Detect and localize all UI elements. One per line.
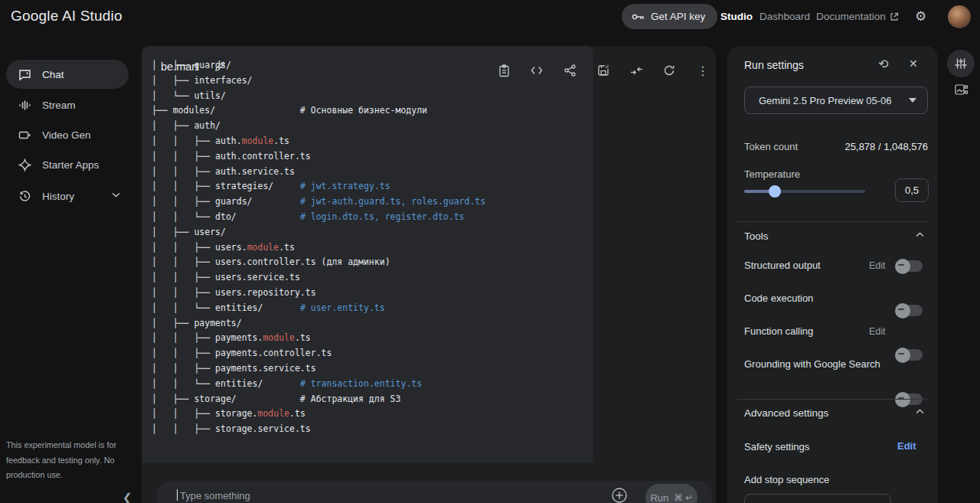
left-sidebar: Chat Stream Video Gen xyxy=(0,34,142,503)
app-root: Google AI Studio Get API key Studio Dash… xyxy=(0,0,980,503)
code-line: │ │ ├── payments.module.ts xyxy=(152,331,485,346)
code-line: │ ├── auth/ xyxy=(152,119,485,134)
structured-output-edit-link[interactable]: Edit xyxy=(869,260,886,271)
chat-main-card: be.mart xyxy=(142,46,716,503)
get-api-key-label: Get API key xyxy=(651,11,705,22)
video-icon xyxy=(18,128,31,142)
code-line: │ │ ├── storage.module.ts xyxy=(152,407,485,422)
nav-documentation[interactable]: Documentation xyxy=(816,11,899,22)
code-execution-toggle[interactable] xyxy=(897,305,923,316)
model-selector[interactable]: Gemini 2.5 Pro Preview 05-06 xyxy=(744,87,928,114)
sidebar-item-label: Starter Apps xyxy=(42,159,99,171)
run-button[interactable]: Run ⌘ ↵ xyxy=(645,484,697,503)
prompt-input[interactable] xyxy=(180,485,609,503)
sidebar-item-label: Video Gen xyxy=(42,129,91,141)
divider xyxy=(737,399,929,400)
code-line: │ │ └── entities/ # user.entity.ts xyxy=(152,301,485,316)
tool-code-execution-label: Code execution xyxy=(744,292,813,304)
composer-box[interactable]: Run ⌘ ↵ xyxy=(157,481,712,503)
code-line: │ ├── storage/ # Абстракция для S3 xyxy=(152,392,485,407)
sidebar-item-label: History xyxy=(42,191,74,202)
function-calling-edit-link[interactable]: Edit xyxy=(869,326,886,337)
temperature-slider[interactable] xyxy=(744,185,865,198)
nav-studio[interactable]: Studio xyxy=(720,11,753,22)
run-shortcut: ⌘ ↵ xyxy=(674,492,692,503)
code-line: │ ├── guards/ xyxy=(152,58,485,73)
tool-function-calling-label: Function calling xyxy=(744,325,813,337)
sidebar-item-chat[interactable]: Chat xyxy=(6,60,129,89)
code-line: │ │ ├── auth.module.ts xyxy=(152,134,485,149)
chat-icon xyxy=(18,67,31,81)
safety-settings-label: Safety settings xyxy=(744,441,809,452)
code-block[interactable]: │ ├── guards/│ ├── interfaces/│ └── util… xyxy=(142,46,593,462)
system-instructions-icon[interactable] xyxy=(492,59,515,82)
experimental-disclaimer: This experimental model is for feedback … xyxy=(6,438,130,483)
code-line: │ │ ├── users.module.ts xyxy=(152,240,485,256)
reset-settings-icon[interactable]: ⟲ xyxy=(878,57,888,71)
run-label: Run xyxy=(650,492,668,503)
code-line: │ │ ├── users.service.ts xyxy=(152,270,485,286)
file-tree-code: │ ├── guards/│ ├── interfaces/│ └── util… xyxy=(152,58,485,437)
share-icon[interactable] xyxy=(558,59,581,82)
sidebar-item-history[interactable]: History xyxy=(6,181,129,211)
tools-collapse-chevron-icon[interactable] xyxy=(916,232,924,237)
sidebar-collapse-chevron[interactable]: ❮ xyxy=(122,491,132,503)
advanced-collapse-chevron-icon[interactable] xyxy=(916,409,924,414)
code-line: │ │ ├── storage.service.ts xyxy=(152,422,485,437)
code-line: │ │ ├── payments.controller.ts xyxy=(152,346,485,361)
sidebar-item-video-gen[interactable]: Video Gen xyxy=(6,120,129,149)
composer-strip: Run ⌘ ↵ xyxy=(142,472,716,503)
code-line: ├── modules/ # Основные бизнес-модули xyxy=(152,103,485,119)
text-cursor xyxy=(177,489,178,501)
add-media-plus-icon[interactable] xyxy=(611,487,628,503)
refresh-icon[interactable] xyxy=(658,59,681,82)
tool-structured-output-label: Structured output xyxy=(744,260,821,271)
key-icon xyxy=(632,12,645,21)
run-settings-panel: Run settings ⟲ ✕ Gemini 2.5 Pro Preview … xyxy=(727,46,938,503)
get-api-key-button[interactable]: Get API key xyxy=(622,4,717,29)
code-line: │ │ ├── guards/ # jwt-auth.guard.ts, rol… xyxy=(152,194,485,210)
safety-settings-edit-link[interactable]: Edit xyxy=(897,440,916,452)
code-line: │ │ ├── auth.service.ts xyxy=(152,165,485,180)
code-line: │ ├── interfaces/ xyxy=(152,73,485,89)
nav-dashboard[interactable]: Dashboard xyxy=(760,11,810,22)
code-line: │ │ └── dto/ # login.dto.ts, register.dt… xyxy=(152,210,485,225)
code-line: │ └── utils/ xyxy=(152,89,485,104)
code-line: │ ├── users/ xyxy=(152,225,485,240)
stop-sequence-input[interactable] xyxy=(744,494,891,503)
compare-icon[interactable] xyxy=(625,59,648,82)
settings-gear-icon[interactable]: ⚙ xyxy=(915,8,926,24)
add-stop-sequence-label: Add stop sequence xyxy=(744,474,829,485)
divider xyxy=(737,221,929,222)
caret-down-icon xyxy=(909,98,916,103)
slider-knob[interactable] xyxy=(769,185,781,198)
tool-grounding-label: Grounding with Google Search xyxy=(744,358,880,370)
sidebar-item-label: Chat xyxy=(42,69,64,80)
code-line: │ │ ├── users.controller.ts (для админки… xyxy=(152,255,485,270)
sidebar-item-stream[interactable]: Stream xyxy=(6,90,129,119)
structured-output-toggle[interactable] xyxy=(897,260,923,272)
run-settings-tune-icon[interactable] xyxy=(947,50,975,77)
media-gallery-icon[interactable] xyxy=(955,84,968,95)
external-link-icon xyxy=(890,12,899,21)
advanced-settings-title: Advanced settings xyxy=(744,407,828,419)
chevron-down-icon xyxy=(112,192,120,200)
stream-icon xyxy=(18,98,31,112)
temperature-value: 0,5 xyxy=(895,178,929,202)
save-icon[interactable] xyxy=(592,59,615,82)
function-calling-toggle[interactable] xyxy=(897,349,923,361)
code-line: │ │ ├── payments.service.ts xyxy=(152,361,485,377)
app-logo: Google AI Studio xyxy=(11,8,122,24)
code-line: │ ├── payments/ xyxy=(152,316,485,332)
history-icon xyxy=(18,189,31,203)
more-options-icon[interactable]: ⋮ xyxy=(691,59,714,82)
code-line: │ │ ├── auth.controller.ts xyxy=(152,149,485,165)
starter-apps-icon xyxy=(18,158,31,171)
sidebar-item-label: Stream xyxy=(42,100,76,111)
close-panel-icon[interactable]: ✕ xyxy=(909,57,918,70)
sidebar-item-starter-apps[interactable]: Starter Apps xyxy=(6,150,129,179)
user-avatar[interactable] xyxy=(948,5,971,28)
get-code-icon[interactable] xyxy=(525,59,548,82)
run-settings-title: Run settings xyxy=(744,59,804,71)
token-count-value: 25,878 / 1,048,576 xyxy=(727,141,928,152)
